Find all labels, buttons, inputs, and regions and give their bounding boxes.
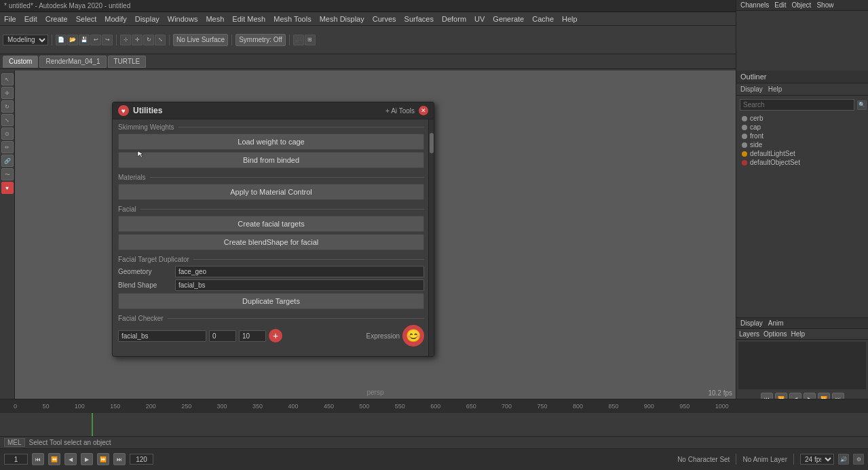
smiley-btn[interactable]: 😊 [402,325,424,347]
tool-lasso[interactable]: ⊙ [1,128,14,140]
menu-file[interactable]: File [4,15,16,23]
help-menu[interactable]: Help [791,330,805,338]
edit-tab[interactable]: Edit [774,1,786,9]
object-tab[interactable]: Object [792,1,812,9]
menu-mesh[interactable]: Mesh [206,15,224,23]
menu-display[interactable]: Display [135,15,159,23]
apply-material-btn[interactable]: Apply to Material Control [118,184,424,200]
tool-paint[interactable]: ✏ [1,141,14,153]
dialog-close-btn[interactable]: ✕ [419,106,428,115]
outliner-item-front[interactable]: front [736,132,868,140]
start-frame-input[interactable] [4,454,28,465]
checker-num1[interactable] [209,330,236,342]
skip-start[interactable]: ⏮ [32,453,44,465]
tab-renderman[interactable]: RenderMan_04_1 [39,56,106,68]
sound-icon[interactable]: 🔊 [838,454,849,465]
blendshape-input[interactable] [175,279,424,291]
checker-num2[interactable] [239,330,266,342]
move-icon[interactable]: ✛ [132,35,143,45]
fps-dropdown[interactable]: 24 fps [800,454,834,465]
menu-mesh-tools[interactable]: Mesh Tools [273,15,311,23]
geometry-input[interactable] [175,266,424,277]
layers-menu[interactable]: Layers [739,330,759,338]
menu-curves[interactable]: Curves [373,15,396,23]
no-live-surface[interactable]: No Live Surface [173,34,228,46]
duplicate-targets-btn[interactable]: Duplicate Targets [118,293,424,309]
frame-400: 400 [288,403,298,410]
menu-windows[interactable]: Windows [168,15,198,23]
play-fwd-btn[interactable]: ▶ [81,453,93,465]
no-anim-layer: No Anim Layer [742,456,787,463]
checker-bs-input[interactable] [118,330,206,342]
add-checker-btn[interactable]: + [269,329,282,342]
skip-end[interactable]: ⏭ [113,453,126,465]
outliner-search[interactable] [740,99,854,111]
tool-scale[interactable]: ⤡ [1,114,14,126]
open-icon[interactable]: 📂 [67,35,78,45]
tool-rotate[interactable]: ↻ [1,100,14,113]
tab-turtle[interactable]: TURTLE [108,56,147,68]
anim-tab[interactable]: Anim [768,319,784,327]
menu-create[interactable]: Create [45,15,68,23]
outliner-tab-display[interactable]: Display [740,85,763,94]
menu-modify[interactable]: Modify [105,15,126,23]
prev-key-btn[interactable]: ⏪ [48,453,60,465]
mel-mode[interactable]: MEL [4,438,25,447]
menu-edit[interactable]: Edit [24,15,37,23]
menu-edit-mesh[interactable]: Edit Mesh [232,15,265,23]
outliner-item-defaultlightset[interactable]: defaultLightSet [736,149,868,158]
next-key-btn[interactable]: ⏩ [97,453,109,465]
save-icon[interactable]: 💾 [79,35,90,45]
ai-tools-btn[interactable]: + Ai Tools [385,107,415,115]
tool-heart[interactable]: ♥ [1,182,14,194]
outliner-item-side[interactable]: side [736,140,868,149]
redo-icon[interactable]: ↪ [102,35,113,45]
channels-tab[interactable]: Channels [740,1,769,9]
menu-generate[interactable]: Generate [493,15,524,23]
coord-display: persp [366,389,383,396]
rotate-icon[interactable]: ↻ [143,35,154,45]
play-back-btn[interactable]: ◀ [64,453,77,465]
menu-surfaces[interactable]: Surfaces [404,15,434,23]
menu-help[interactable]: Help [562,15,578,23]
tool-link[interactable]: 🔗 [1,155,14,167]
menu-mesh-display[interactable]: Mesh Display [320,15,364,23]
symmetry-off[interactable]: Symmetry: Off [235,34,286,46]
tool-curve[interactable]: 〜 [1,168,14,180]
cerb-label: cerb [750,115,763,122]
mode-dropdown[interactable]: Modeling [3,35,48,45]
show-tab[interactable]: Show [816,1,833,9]
create-facial-btn[interactable]: Create facial targets [118,216,424,232]
display-tab[interactable]: Display [740,319,763,327]
menu-uv[interactable]: UV [474,15,485,23]
tool-move[interactable]: ✛ [1,87,14,99]
bind-from-binded-btn[interactable]: Bind from binded [118,152,424,168]
create-blendshape-btn[interactable]: Create blendShape for facial [118,234,424,250]
outliner-item-defaultobjectset[interactable]: defaultObjectSet [736,158,868,167]
undo-icon[interactable]: ↩ [90,35,101,45]
tab-custom[interactable]: Custom [3,56,38,68]
tool-select[interactable]: ↖ [1,73,14,85]
channels-area: Channels Edit Object Show [736,0,868,71]
timeline-ruler[interactable]: 0 50 100 150 200 250 300 350 400 450 500… [0,399,868,413]
cam-icon[interactable]: 🎥 [293,35,304,45]
outliner-item-cap[interactable]: cap [736,123,868,132]
select-icon[interactable]: ⊹ [120,35,131,45]
outliner-search-icon[interactable]: 🔍 [857,100,867,110]
outliner-tab-help[interactable]: Help [768,85,782,94]
load-weight-btn[interactable]: Load weight to cage [118,134,424,150]
timeline-track[interactable] [0,413,868,437]
facial-checker-row: + Expression 😊 [118,325,424,347]
menu-cache[interactable]: Cache [532,15,554,23]
new-icon[interactable]: 📄 [56,35,67,45]
current-frame-input[interactable] [130,454,153,465]
scale-icon[interactable]: ⤡ [155,35,166,45]
anim-settings[interactable]: ⚙ [853,454,864,465]
dialog-title-text: Utilities [133,106,162,115]
options-menu[interactable]: Options [763,330,787,338]
grid-icon[interactable]: ⊞ [305,35,316,45]
menu-deform[interactable]: Deform [442,15,466,23]
dialog-scrollbar[interactable] [428,119,434,356]
menu-select[interactable]: Select [76,15,97,23]
outliner-item-cerb[interactable]: cerb [736,114,868,123]
